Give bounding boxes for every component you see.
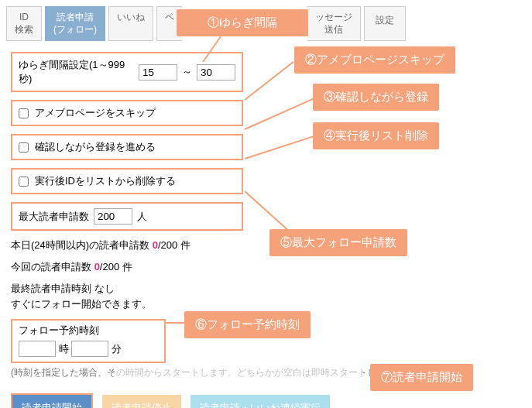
skip-label: アメブロページをスキップ [35, 106, 156, 120]
confirm-row: 確認しながら登録を進める [11, 134, 243, 160]
callout-7: ⑦読者申請開始 [370, 364, 473, 391]
tab-like[interactable]: いいね [108, 6, 153, 41]
confirm-label: 確認しながら登録を進める [35, 140, 156, 154]
callout-1: ①ゆらぎ間隔 [177, 9, 308, 36]
combo-button[interactable]: 読者申請・いいね連続実行 [190, 395, 330, 408]
schedule-title: フォロー予約時刻 [19, 324, 158, 338]
confirm-checkbox[interactable] [19, 142, 29, 153]
delete-row: 実行後IDをリストから削除する [11, 168, 243, 194]
stop-button[interactable]: 読者申請停止 [102, 395, 181, 408]
max-label: 最大読者申請数 [19, 210, 89, 224]
today-prefix: 本日(24時間以内)の読者申請数 [11, 239, 153, 251]
start-button[interactable]: 読者申請開始 [11, 393, 93, 408]
today-total: /200 件 [158, 239, 190, 251]
tab-reader-apply[interactable]: 読者申請 (フォロー) [45, 6, 105, 41]
callout-6: ⑥フォロー予約時刻 [184, 311, 311, 338]
interval-to-input[interactable] [197, 64, 235, 81]
today-count: 0 [153, 239, 158, 251]
max-unit: 人 [137, 210, 147, 224]
thisrun-count: 0 [94, 261, 100, 273]
callout-6-line [166, 322, 186, 324]
last-time-line1: 最終読者申請時刻 なし [11, 282, 526, 296]
button-row: 読者申請開始 読者申請停止 読者申請・いいね連続実行 [11, 393, 526, 408]
schedule-min-unit: 分 [112, 343, 122, 355]
delete-checkbox[interactable] [19, 177, 29, 187]
max-row: 最大読者申請数 人 [11, 202, 243, 231]
callout-3: ③確認しながら登録 [313, 84, 439, 111]
last-time-line2: すぐにフォロー開始できます。 [11, 297, 526, 311]
interval-sep: ～ [182, 65, 192, 79]
thisrun-prefix: 今回の読者申請数 [11, 261, 94, 273]
schedule-hour-unit: 時 [59, 343, 69, 355]
tab-id-search[interactable]: ID 検索 [6, 6, 42, 41]
thisrun-count-row: 今回の読者申請数 0/200 件 [11, 260, 526, 274]
interval-row: ゆらぎ間隔設定(1～999秒) ～ [11, 52, 243, 92]
today-count-row: 本日(24時間以内)の読者申請数 0/200 件 [11, 238, 526, 252]
callout-2: ②アメブロページスキップ [294, 46, 455, 74]
delete-label: 実行後IDをリストから削除する [35, 174, 176, 188]
thisrun-total: /200 件 [100, 261, 132, 273]
tab-settings[interactable]: 設定 [364, 6, 406, 41]
skip-row: アメブロページをスキップ [11, 100, 243, 126]
callout-4: ④実行後リスト削除 [313, 122, 439, 149]
interval-label: ゆらぎ間隔設定(1～999秒) [19, 58, 134, 86]
schedule-box: フォロー予約時刻 時 分 [11, 319, 166, 363]
max-input[interactable] [94, 208, 132, 225]
schedule-min-input[interactable] [71, 341, 108, 357]
interval-from-input[interactable] [139, 64, 177, 81]
skip-checkbox[interactable] [19, 108, 29, 118]
tab-message-fragment[interactable]: ッセージ 送信 [307, 6, 361, 41]
content-panel: ゆらぎ間隔設定(1～999秒) ～ アメブロページをスキップ 確認しながら登録を… [0, 41, 532, 408]
schedule-hour-input[interactable] [19, 341, 56, 357]
